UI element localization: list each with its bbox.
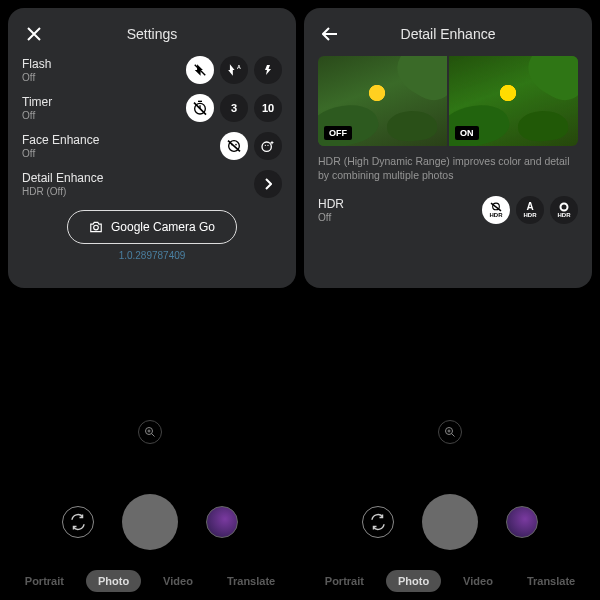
hdr-off-icon[interactable]: HDR [482, 196, 510, 224]
close-icon[interactable] [24, 24, 44, 44]
settings-title: Settings [127, 26, 178, 42]
svg-text:A: A [237, 64, 241, 70]
face-enhance-label: Face Enhance [22, 133, 99, 147]
preview-off-label: OFF [324, 126, 352, 140]
detail-header: Detail Enhance [318, 22, 578, 46]
svg-point-12 [267, 145, 268, 146]
mode-video[interactable]: Video [451, 570, 505, 592]
back-icon[interactable] [320, 24, 340, 44]
flash-value: Off [22, 72, 51, 83]
mode-translate[interactable]: Translate [215, 570, 287, 592]
svg-point-16 [561, 204, 568, 211]
svg-line-22 [452, 434, 455, 437]
mode-photo[interactable]: Photo [86, 570, 141, 592]
detail-enhance-label: Detail Enhance [22, 171, 103, 185]
timer-off-icon[interactable] [186, 94, 214, 122]
mode-translate[interactable]: Translate [515, 570, 587, 592]
face-enhance-off-icon[interactable] [220, 132, 248, 160]
zoom-in-icon[interactable] [438, 420, 462, 444]
hdr-preview: OFF ON [318, 56, 578, 146]
mode-video[interactable]: Video [151, 570, 205, 592]
mode-portrait[interactable]: Portrait [13, 570, 76, 592]
timer-value: Off [22, 110, 52, 121]
camera-ui-left: Portrait Photo Video Translate [0, 420, 300, 592]
version-text: 1.0.289787409 [22, 250, 282, 261]
shutter-button[interactable] [422, 494, 478, 550]
mode-photo[interactable]: Photo [386, 570, 441, 592]
detail-enhance-value: HDR (Off) [22, 186, 103, 197]
switch-camera-icon[interactable] [62, 506, 94, 538]
preview-on: ON [449, 56, 578, 146]
hdr-auto-icon[interactable]: A HDR [516, 196, 544, 224]
zoom-in-icon[interactable] [138, 420, 162, 444]
timer-10-button[interactable]: 10 [254, 94, 282, 122]
flash-off-icon[interactable] [186, 56, 214, 84]
hdr-on-icon[interactable]: HDR [550, 196, 578, 224]
flash-auto-icon[interactable]: A [220, 56, 248, 84]
flash-on-icon[interactable] [254, 56, 282, 84]
google-camera-go-label: Google Camera Go [111, 220, 215, 234]
svg-point-8 [235, 144, 237, 146]
svg-point-13 [94, 225, 99, 230]
switch-camera-icon[interactable] [362, 506, 394, 538]
flash-label: Flash [22, 57, 51, 71]
flash-row: Flash Off A [22, 56, 282, 84]
gallery-thumbnail[interactable] [506, 506, 538, 538]
hdr-value: Off [318, 212, 344, 223]
detail-enhance-panel: Detail Enhance OFF ON HDR (High Dynamic … [304, 8, 592, 288]
svg-point-10 [262, 142, 271, 151]
shutter-button[interactable] [122, 494, 178, 550]
face-enhance-row: Face Enhance Off [22, 132, 282, 160]
google-camera-go-button[interactable]: Google Camera Go [67, 210, 237, 244]
face-enhance-value: Off [22, 148, 99, 159]
timer-label: Timer [22, 95, 52, 109]
timer-3-button[interactable]: 3 [220, 94, 248, 122]
svg-line-18 [152, 434, 155, 437]
detail-enhance-row[interactable]: Detail Enhance HDR (Off) [22, 170, 282, 198]
mode-selector: Portrait Photo Video Translate [0, 570, 300, 592]
hdr-row: HDR Off HDR A HDR HDR [318, 196, 578, 224]
settings-header: Settings [22, 22, 282, 46]
gallery-thumbnail[interactable] [206, 506, 238, 538]
mode-portrait[interactable]: Portrait [313, 570, 376, 592]
preview-on-label: ON [455, 126, 479, 140]
timer-row: Timer Off 3 10 [22, 94, 282, 122]
hdr-description: HDR (High Dynamic Range) improves color … [318, 154, 578, 182]
settings-panel: Settings Flash Off A Timer [8, 8, 296, 288]
preview-off: OFF [318, 56, 447, 146]
detail-title: Detail Enhance [401, 26, 496, 42]
camera-icon [89, 221, 103, 233]
chevron-right-icon[interactable] [254, 170, 282, 198]
hdr-label: HDR [318, 197, 344, 211]
mode-selector: Portrait Photo Video Translate [300, 570, 600, 592]
camera-ui-right: Portrait Photo Video Translate [300, 420, 600, 592]
face-enhance-on-icon[interactable] [254, 132, 282, 160]
svg-point-11 [265, 145, 266, 146]
